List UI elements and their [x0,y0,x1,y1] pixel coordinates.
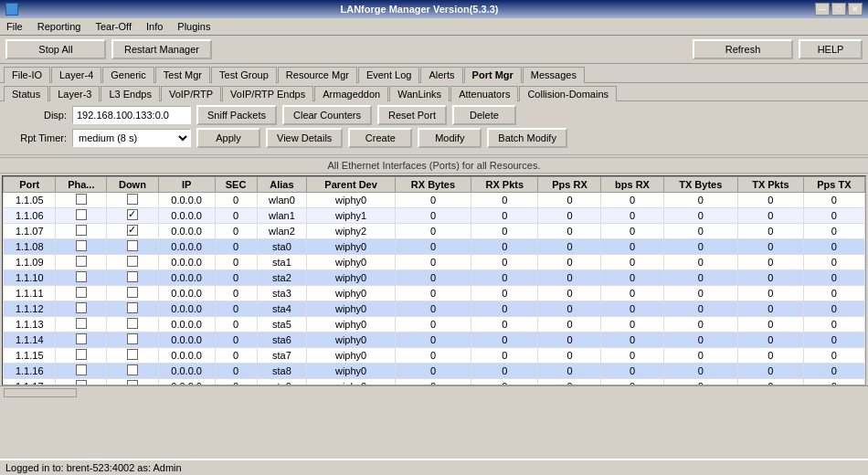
table-row[interactable]: 1.1.11 0.0.0.0 0 sta3 wiphy0 0 0 0 0 0 0… [4,286,865,301]
refresh-button[interactable]: Refresh [693,39,793,59]
tab-generic[interactable]: Generic [102,67,154,83]
tab-armageddon[interactable]: Armageddon [314,86,388,101]
tabs-row-2: Status Layer-3 L3 Endps VoIP/RTP VoIP/RT… [0,83,868,101]
tab-voip-rtp-endps[interactable]: VoIP/RTP Endps [222,86,313,101]
table-row[interactable]: 1.1.14 0.0.0.0 0 sta6 wiphy0 0 0 0 0 0 0… [4,332,865,348]
cell-pha[interactable] [56,255,107,270]
rpt-timer-select[interactable]: medium (8 s) [72,129,191,147]
col-rx-pkts: RX Pkts [471,177,538,193]
cell-down[interactable] [107,224,159,239]
menu-plugins[interactable]: Plugins [175,20,213,33]
tab-layer4[interactable]: Layer-4 [51,67,101,83]
cell-pha[interactable] [56,208,107,224]
cell-ip: 0.0.0.0 [158,239,215,255]
cell-down[interactable] [107,193,159,208]
cell-rx-pkts: 0 [471,364,538,379]
cell-down[interactable] [107,332,159,348]
cell-pps-rx: 0 [538,193,601,208]
tab-attenuators[interactable]: Attenuators [450,86,518,101]
cell-down[interactable] [107,255,159,270]
cell-pha[interactable] [56,379,107,386]
cell-rx-bytes: 0 [395,193,471,208]
tab-file-io[interactable]: File-IO [4,67,50,83]
cell-parent: wiphy0 [307,332,396,348]
col-pha: Pha... [56,177,107,193]
table-row[interactable]: 1.1.09 0.0.0.0 0 sta1 wiphy0 0 0 0 0 0 0… [4,255,865,270]
cell-down[interactable] [107,348,159,364]
tab-alerts[interactable]: Alerts [420,67,462,83]
minimize-button[interactable]: — [815,3,830,16]
tab-event-log[interactable]: Event Log [358,67,420,83]
menu-info[interactable]: Info [143,20,165,33]
modify-button[interactable]: Modify [418,128,482,148]
tab-wanlinks[interactable]: WanLinks [389,86,450,101]
table-row[interactable]: 1.1.07 0.0.0.0 0 wlan2 wiphy2 0 0 0 0 0 … [4,224,865,239]
table-row[interactable]: 1.1.12 0.0.0.0 0 sta4 wiphy0 0 0 0 0 0 0… [4,301,865,317]
cell-pha[interactable] [56,239,107,255]
cell-pha[interactable] [56,193,107,208]
cell-pha[interactable] [56,286,107,301]
col-pps-tx: Pps TX [803,177,864,193]
table-row[interactable]: 1.1.17 0.0.0.0 0 sta9 wiphy0 0 0 0 0 0 0… [4,379,865,386]
cell-pha[interactable] [56,270,107,286]
menu-file[interactable]: File [4,20,26,33]
cell-pha[interactable] [56,224,107,239]
cell-tx-pkts: 0 [738,239,804,255]
cell-down[interactable] [107,301,159,317]
batch-modify-button[interactable]: Batch Modify [487,128,567,148]
close-button[interactable]: ✕ [848,3,863,16]
cell-down[interactable] [107,364,159,379]
cell-down[interactable] [107,379,159,386]
cell-pha[interactable] [56,332,107,348]
table-row[interactable]: 1.1.15 0.0.0.0 0 sta7 wiphy0 0 0 0 0 0 0… [4,348,865,364]
tab-voip-rtp[interactable]: VoIP/RTP [161,86,221,101]
cell-pha[interactable] [56,301,107,317]
table-row[interactable]: 1.1.08 0.0.0.0 0 sta0 wiphy0 0 0 0 0 0 0… [4,239,865,255]
stop-all-button[interactable]: Stop All [5,39,106,59]
cell-down[interactable] [107,239,159,255]
tab-test-mgr[interactable]: Test Mgr [155,67,210,83]
cell-pha[interactable] [56,317,107,332]
table-row[interactable]: 1.1.13 0.0.0.0 0 sta5 wiphy0 0 0 0 0 0 0… [4,317,865,332]
tab-resource-mgr[interactable]: Resource Mgr [278,67,357,83]
cell-ip: 0.0.0.0 [158,224,215,239]
tab-test-group[interactable]: Test Group [211,67,277,83]
tab-port-mgr[interactable]: Port Mgr [464,67,522,83]
clear-counters-button[interactable]: Clear Counters [282,105,372,125]
cell-pha[interactable] [56,364,107,379]
cell-down[interactable] [107,208,159,224]
cell-parent: wiphy0 [307,255,396,270]
tab-messages[interactable]: Messages [523,67,585,83]
disp-input[interactable]: 192.168.100.133:0.0 [72,106,191,124]
view-details-button[interactable]: View Details [266,128,343,148]
help-button[interactable]: HELP [799,39,863,59]
horizontal-scrollbar[interactable] [0,385,868,398]
apply-button[interactable]: Apply [196,128,260,148]
cell-pps-rx: 0 [538,348,601,364]
reset-port-button[interactable]: Reset Port [377,105,447,125]
delete-button[interactable]: Delete [452,105,516,125]
cell-pps-rx: 0 [538,301,601,317]
cell-tx-pkts: 0 [738,301,804,317]
create-button[interactable]: Create [348,128,412,148]
cell-down[interactable] [107,317,159,332]
menu-reporting[interactable]: Reporting [35,20,84,33]
ports-table-container[interactable]: Port Pha... Down IP SEC Alias Parent Dev… [2,175,866,385]
tab-l3-endps[interactable]: L3 Endps [101,86,159,101]
table-row[interactable]: 1.1.10 0.0.0.0 0 sta2 wiphy0 0 0 0 0 0 0… [4,270,865,286]
tab-status[interactable]: Status [4,86,48,101]
cell-ip: 0.0.0.0 [158,286,215,301]
tab-layer3[interactable]: Layer-3 [49,86,100,101]
tab-collision-domains[interactable]: Collision-Domains [519,86,617,101]
cell-pha[interactable] [56,348,107,364]
table-row[interactable]: 1.1.05 0.0.0.0 0 wlan0 wiphy0 0 0 0 0 0 … [4,193,865,208]
cell-down[interactable] [107,286,159,301]
cell-down[interactable] [107,270,159,286]
restart-manager-button[interactable]: Restart Manager [111,39,212,59]
sniff-packets-button[interactable]: Sniff Packets [196,105,277,125]
table-row[interactable]: 1.1.06 0.0.0.0 0 wlan1 wiphy1 0 0 0 0 0 … [4,208,865,224]
menu-tearoff[interactable]: Tear-Off [92,20,134,33]
maximize-button[interactable]: □ [831,3,846,16]
cell-pps-rx: 0 [538,208,601,224]
table-row[interactable]: 1.1.16 0.0.0.0 0 sta8 wiphy0 0 0 0 0 0 0… [4,364,865,379]
